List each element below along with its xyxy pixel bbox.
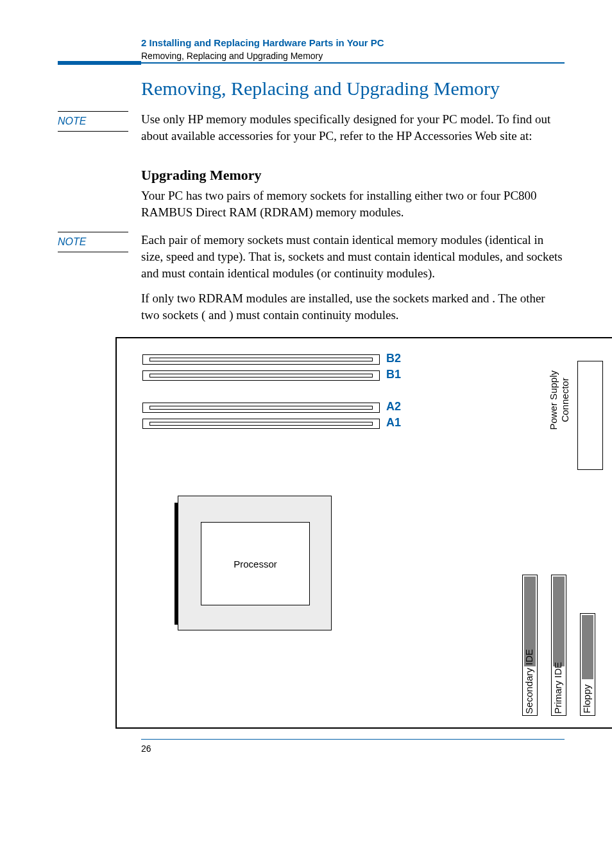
floppy-label: Floppy (581, 684, 592, 713)
power-supply-connector (577, 361, 603, 470)
section-heading: Upgrading Memory (141, 166, 565, 185)
memory-slot-a1 (142, 419, 380, 429)
page-number: 26 (141, 743, 567, 754)
slot-label-a1: A1 (386, 416, 401, 430)
section-intro: Your PC has two pairs of memory sockets … (141, 187, 565, 220)
footer-rule (141, 739, 565, 740)
processor-side-rail (174, 503, 178, 625)
slot-label-b2: B2 (386, 352, 401, 365)
memory-slot-b2 (142, 354, 380, 365)
secondary-ide-label: Secondary IDE (523, 649, 534, 714)
motherboard-diagram: B2 B1 A2 A1 Processor Power SupplyConnec… (115, 337, 612, 729)
top-rule (141, 62, 565, 64)
after-note-paragraph: If only two RDRAM modules are installed,… (141, 290, 565, 323)
slot-label-b1: B1 (386, 368, 401, 381)
power-supply-label: Power SupplyConnector (548, 370, 571, 430)
accent-bar (58, 61, 141, 65)
processor-block: Processor (178, 496, 332, 630)
chapter-header: 2 Installing and Replacing Hardware Part… (141, 37, 567, 48)
note-2-text: Each pair of memory sockets must contain… (141, 232, 565, 281)
primary-ide-label: Primary IDE (552, 662, 563, 714)
note-1-text: Use only HP memory modules specifically … (141, 111, 565, 144)
memory-slot-b1 (142, 370, 380, 381)
note-label-1: NOTE (58, 111, 128, 132)
slot-label-a2: A2 (386, 400, 401, 413)
processor-label: Processor (201, 522, 310, 605)
page-title: Removing, Replacing and Upgrading Memory (141, 78, 567, 100)
chapter-subtitle: Removing, Replacing and Upgrading Memory (141, 51, 567, 61)
note-label-2: NOTE (58, 232, 128, 252)
memory-slot-a2 (142, 403, 380, 413)
